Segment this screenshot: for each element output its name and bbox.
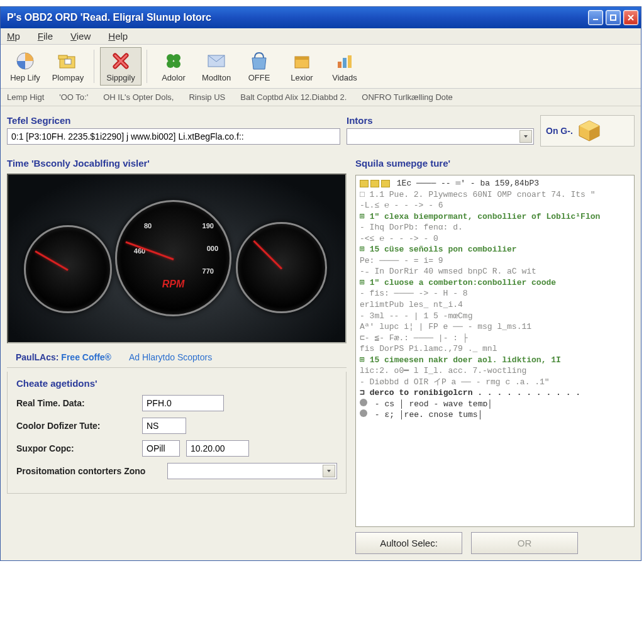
left-column: Time 'Bsconly Jocablfing visler' 460 190… (7, 158, 347, 554)
toolbar-label: Lexior (291, 73, 313, 82)
svg-rect-1 (611, 15, 616, 20)
toolbar: Hep Lify Plompay Sippgily Adolor Modlton… (1, 44, 641, 89)
toolbar-plompay[interactable]: Plompay (47, 47, 89, 86)
right-column: Squila sumepge ture' 1Ec ──── -- ═' - ba… (355, 158, 635, 554)
menu-mp[interactable]: Mp (7, 31, 20, 42)
status-item: ONFRO Turlkælling Dote (362, 92, 452, 102)
svg-rect-12 (295, 57, 309, 60)
chevron-down-icon (519, 130, 532, 143)
status-item: 'OO To:' (59, 92, 88, 102)
window-buttons (588, 10, 638, 25)
search-left-group: Tefel Segricen (7, 115, 340, 147)
chevron-down-icon (323, 465, 335, 477)
bag-icon (248, 50, 270, 72)
prosito-select[interactable] (167, 463, 337, 479)
svg-rect-15 (348, 55, 352, 68)
window-title: P's OBD2 ORD 'Read. Eligral Slunup Iotor… (3, 12, 211, 23)
menu-view[interactable]: View (70, 31, 91, 42)
toolbar-label: Adolor (162, 73, 186, 82)
toolbar-lexior[interactable]: Lexior (281, 47, 323, 86)
coolor-input[interactable] (142, 418, 186, 434)
gauge-center: 460 190 000 770 80 RPM (115, 200, 231, 316)
field-label: Suxpor Copc: (16, 443, 136, 453)
maximize-icon (609, 14, 617, 21)
toolbar-modlton[interactable]: Modlton (196, 47, 237, 86)
right-panel-title: Squila sumepge ture' (355, 158, 635, 169)
maximize-button[interactable] (606, 10, 621, 25)
dashboard-image: 460 190 000 770 80 RPM (7, 174, 347, 343)
envelope-icon (206, 50, 227, 72)
box-icon (291, 50, 313, 72)
toolbar-separator (94, 50, 95, 83)
tab-paullacs[interactable]: PaulLAcs: Free Coffe® (7, 347, 120, 367)
toolbar-offe[interactable]: OFFE (238, 47, 280, 86)
gauge-right (236, 222, 327, 313)
left-panel-title: Time 'Bsconly Jocablfing visler' (7, 158, 347, 169)
toolbar-label: Plompay (52, 73, 84, 82)
or-button[interactable]: OR (471, 532, 578, 554)
menu-file[interactable]: File (38, 31, 53, 42)
form-title: Cheate agetidons' (16, 378, 337, 389)
svg-rect-14 (343, 58, 347, 68)
cube-icon (577, 118, 602, 143)
rpm-label: RPM (162, 279, 185, 290)
toolbar-label: OFFE (248, 73, 270, 82)
autool-select-button[interactable]: Aultool Selec: (355, 532, 462, 554)
toolbar-separator (147, 50, 148, 83)
form-row-suxpor: Suxpor Copc: (16, 440, 337, 457)
status-item: Rinsip US (189, 92, 225, 102)
toolbar-adolor[interactable]: Adolor (153, 47, 194, 86)
toolbar-label: Sippgily (106, 73, 135, 82)
form-row-prosito: Prositomation contorters Zono (16, 463, 337, 479)
toolbar-sippgily[interactable]: Sippgily (100, 47, 142, 86)
button-row: Aultool Selec: OR (355, 532, 635, 554)
form-area: Cheate agetidons' Real Time. Data: Coolo… (7, 372, 347, 494)
status-strip: Lemp Higt 'OO To:' OH IL's Opter Dols, R… (1, 89, 641, 106)
search-left-input[interactable] (7, 128, 340, 145)
svg-point-9 (173, 60, 180, 68)
form-row-coolor: Coolor Dofizer Tute: (16, 418, 337, 434)
search-left-label: Tefel Segricen (7, 115, 340, 126)
status-item: Lemp Higt (7, 92, 44, 102)
x-icon (110, 50, 131, 72)
toolbar-label: Vidads (332, 73, 357, 82)
gauge-left (24, 225, 112, 313)
realtime-input[interactable] (142, 395, 224, 411)
minimize-button[interactable] (588, 10, 603, 25)
content-area: Time 'Bsconly Jocablfing visler' 460 190… (1, 152, 641, 560)
clover-icon (163, 50, 184, 72)
search-mid-group: Intors (347, 115, 534, 147)
search-row: Tefel Segricen Intors On G-. (1, 106, 641, 152)
toolbar-heplify[interactable]: Hep Lify (4, 47, 46, 86)
code-output[interactable]: 1Ec ──── -- ═' - ba 159,84bP3□ 1.1 Pue. … (355, 175, 635, 527)
chart-icon (334, 50, 355, 72)
suxpor-code-input[interactable] (142, 440, 180, 457)
corner-box: On G-. (540, 115, 635, 147)
close-icon (627, 14, 635, 21)
suxpor-value-input[interactable] (186, 440, 249, 457)
corner-label: On G-. (546, 126, 573, 136)
field-label: Real Time. Data: (16, 398, 136, 408)
app-window: P's OBD2 ORD 'Read. Eligral Slunup Iotor… (0, 6, 641, 561)
close-button[interactable] (623, 10, 638, 25)
status-item: Balt Coptbd Alix 12.Diabbd 2. (240, 92, 347, 102)
tab-hlarytdo[interactable]: Ad Hlarytdo Scoptors (120, 347, 221, 367)
tab-row: PaulLAcs: Free Coffe® Ad Hlarytdo Scopto… (7, 347, 347, 368)
svg-rect-4 (58, 55, 67, 59)
wheel-icon (14, 50, 36, 72)
status-item: OH IL's Opter Dols, (103, 92, 174, 102)
minimize-icon (592, 14, 599, 21)
form-row-realtime: Real Time. Data: (16, 395, 337, 411)
menu-help[interactable]: Help (108, 31, 128, 42)
toolbar-label: Hep Lify (10, 73, 40, 82)
title-bar: P's OBD2 ORD 'Read. Eligral Slunup Iotor… (1, 7, 641, 28)
search-mid-label: Intors (347, 115, 534, 126)
toolbar-label: Modlton (202, 73, 231, 82)
svg-rect-5 (65, 59, 71, 64)
field-label: Coolor Dofizer Tute: (16, 421, 136, 431)
menu-bar: Mp File View Help (1, 28, 641, 44)
svg-rect-0 (593, 19, 598, 20)
field-label: Prositomation contorters Zono (16, 466, 161, 476)
toolbar-vidads[interactable]: Vidads (324, 47, 365, 86)
search-mid-select[interactable] (347, 128, 534, 145)
